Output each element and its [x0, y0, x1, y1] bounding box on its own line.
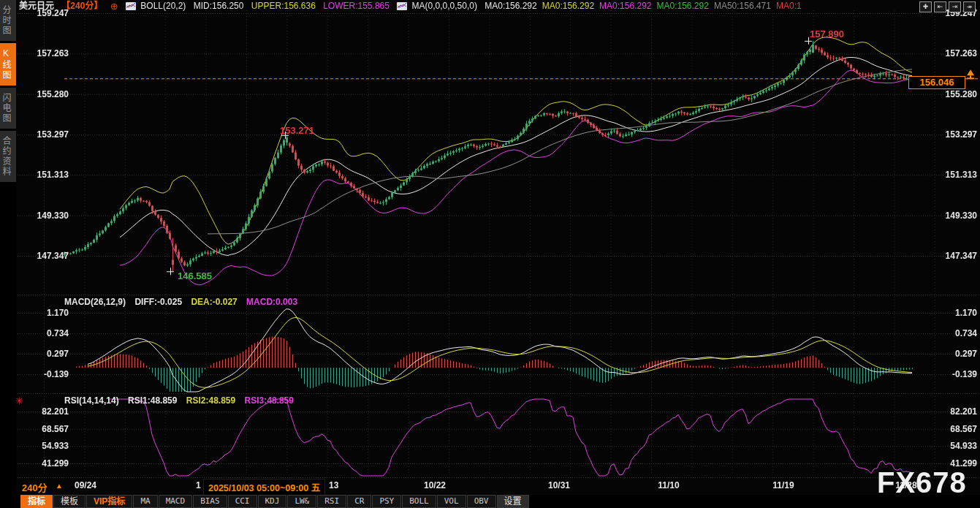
sidebar-item-1[interactable]: K线图: [0, 43, 16, 86]
xaxis-date-label: 11/28: [895, 480, 916, 490]
xaxis-partial-label: 1: [196, 480, 201, 490]
macd-label: MACD(26,12,9): [64, 297, 126, 307]
toolbar-tab-CR[interactable]: CR: [347, 495, 371, 508]
ma-value: MA0:156.292: [542, 1, 594, 12]
ma-value: MA0:156.292: [599, 1, 651, 12]
boll-mid-value: MID:156.250: [194, 1, 244, 12]
chart-header: 美元日元 【240分】 ⊕ BOLL(20,2) MID:156.250 UPP…: [19, 1, 977, 12]
toolbar-tab-OBV[interactable]: OBV: [467, 495, 496, 508]
period-up-arrow-icon[interactable]: ▲: [56, 482, 63, 490]
period-selector[interactable]: 240分: [22, 480, 48, 494]
xaxis-date-label: 11/19: [772, 480, 794, 490]
kline-chart-canvas[interactable]: [16, 0, 980, 479]
live-indicator-icon: ✳: [15, 395, 23, 406]
boll-lower-value: LOWER:155.865: [323, 1, 390, 12]
sidebar-item-2[interactable]: 闪电图: [0, 88, 16, 129]
chart-corner-tools: ✚⇤⇥↠: [917, 1, 976, 12]
xaxis-partial-label: 13: [329, 480, 338, 490]
toolbar-tab-LW&[interactable]: LW&: [287, 495, 316, 508]
toolbar-tab-RSI[interactable]: RSI: [317, 495, 346, 508]
symbol-title: 美元日元: [19, 1, 54, 12]
indicator-toolbar: 指标模板VIP指标MAMACDBIASCCIKDJLW&RSICRPSYBOLL…: [0, 495, 980, 508]
rsi2-value: RSI2:48.859: [186, 395, 235, 406]
circle-plus-icon[interactable]: ⊕: [110, 1, 118, 12]
toolbar-tab-VOL[interactable]: VOL: [437, 495, 466, 508]
toolbar-tab-KDJ[interactable]: KDJ: [258, 495, 287, 508]
rsi-header: RSI(14,14,14) RSI1:48.859 RSI2:48.859 RS…: [64, 395, 300, 406]
ma-value: MA0:156.292: [657, 1, 709, 12]
ma-value: MA0:1: [776, 1, 802, 12]
toolbar-tab-BOLL[interactable]: BOLL: [402, 495, 436, 508]
chart-icon[interactable]: [397, 2, 407, 13]
axis-left-icon[interactable]: ⇤: [934, 1, 946, 12]
bar-date-tooltip: 2025/10/03 05:00~09:00 五: [203, 479, 325, 496]
toolbar-tab-BIAS[interactable]: BIAS: [193, 495, 227, 508]
app-window: 分时图K线图闪电图合约资料 美元日元 【240分】 ⊕ BOLL(20,2) M…: [0, 0, 980, 508]
boll-upper-value: UPPER:156.636: [251, 1, 316, 12]
rsi-label: RSI(14,14,14): [64, 395, 119, 406]
ma-value: MA0:156.292: [485, 1, 536, 12]
axis-right-icon[interactable]: ⇥: [949, 1, 961, 12]
sidebar-item-0[interactable]: 分时图: [0, 0, 16, 41]
toolbar-tab-VIP指标[interactable]: VIP指标: [86, 495, 132, 508]
rsi1-value: RSI1:48.859: [128, 395, 177, 406]
ma-value: MA50:156.471: [714, 1, 771, 12]
chart-icon[interactable]: [126, 2, 136, 13]
sidebar-item-3[interactable]: 合约资料: [0, 131, 16, 182]
move-icon[interactable]: ✚: [919, 1, 932, 12]
time-axis: 240分 ▲ 1 2025/10/03 05:00~09:00 五 13 09/…: [0, 477, 980, 495]
xaxis-date-label: 10/31: [548, 480, 570, 490]
ma-label: MA(0,0,0,0,50,0): [412, 1, 477, 12]
sidebar: 分时图K线图闪电图合约资料: [0, 0, 16, 508]
toolbar-tab-CCI[interactable]: CCI: [228, 495, 257, 508]
toolbar-tab-PSY[interactable]: PSY: [372, 495, 401, 508]
last-price-tag: 156.046: [908, 76, 965, 89]
toolbar-tab-MACD[interactable]: MACD: [159, 495, 193, 508]
boll-label: BOLL(20,2): [140, 1, 186, 12]
macd-diff-value: DIFF:-0.025: [134, 297, 182, 307]
pan-right-icon[interactable]: ↠: [963, 1, 976, 12]
toolbar-tab-模板[interactable]: 模板: [53, 495, 86, 508]
period-badge[interactable]: 【240分】: [61, 1, 102, 12]
ma-values: MA0:156.292MA0:156.292MA0:156.292MA0:156…: [485, 1, 806, 12]
xaxis-date-label: 11/10: [658, 480, 679, 490]
toolbar-tab-MA[interactable]: MA: [133, 495, 157, 508]
macd-header: MACD(26,12,9) DIFF:-0.025 DEA:-0.027 MAC…: [64, 297, 304, 307]
toolbar-tab-指标[interactable]: 指标: [20, 495, 53, 508]
macd-macd-value: MACD:0.003: [246, 297, 297, 307]
toolbar-tab-设置[interactable]: 设置: [497, 495, 529, 508]
xaxis-date-label: 10/22: [424, 480, 446, 490]
rsi3-value: RSI3:48.859: [245, 395, 294, 406]
macd-dea-value: DEA:-0.027: [191, 297, 237, 307]
xaxis-date-label: 09/24: [75, 480, 96, 490]
